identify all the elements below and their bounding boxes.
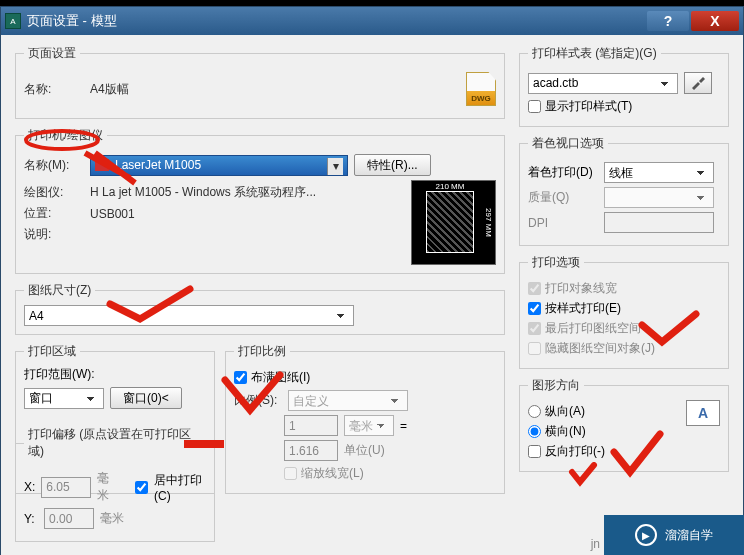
center-checkbox[interactable] [135, 481, 148, 494]
opt1-checkbox [528, 282, 541, 295]
orientation-icon: A [686, 400, 720, 426]
window-button[interactable]: 窗口(0)< [110, 387, 182, 409]
reverse-checkbox[interactable] [528, 445, 541, 458]
window-title: 页面设置 - 模型 [27, 12, 647, 30]
location-label: 位置: [24, 205, 84, 222]
desc-label: 说明: [24, 226, 84, 243]
plot-style-legend: 打印样式表 (笔指定)(G) [528, 45, 661, 62]
portrait-radio[interactable] [528, 405, 541, 418]
scale-unit: 毫米 [344, 415, 394, 436]
name-label: 名称: [24, 81, 84, 98]
printer-group: 打印机/绘图仪 名称(M): LaserJet M1005 特性(R)... 绘… [15, 127, 505, 274]
shade-select[interactable]: 线框 [604, 162, 714, 183]
jn-text: jn [591, 537, 600, 551]
page-setup-legend: 页面设置 [24, 45, 80, 62]
show-style-checkbox[interactable] [528, 100, 541, 113]
dialog-content: 页面设置 名称: A4版幅 DWG 打印机/绘图仪 名称(M): LaserJe… [1, 35, 743, 555]
location-value: USB001 [90, 207, 135, 221]
orientation-group: 图形方向 纵向(A) 横向(N) 反向打印(-) A [519, 377, 729, 472]
range-label: 打印范围(W): [24, 366, 206, 383]
paper-preview: 210 MM 297 MM [411, 180, 496, 265]
offset-x [41, 477, 91, 498]
opt3-checkbox [528, 322, 541, 335]
printer-name-label: 名称(M): [24, 157, 84, 174]
orientation-legend: 图形方向 [528, 377, 584, 394]
opt2-checkbox[interactable] [528, 302, 541, 315]
app-icon: A [5, 13, 21, 29]
printer-legend: 打印机/绘图仪 [24, 127, 107, 144]
opt4-checkbox [528, 342, 541, 355]
offset-y [44, 508, 94, 529]
edit-style-button[interactable] [684, 72, 712, 94]
play-icon: ▶ [635, 524, 657, 546]
dpi-input [604, 212, 714, 233]
paper-size-group: 图纸尺寸(Z) A4 [15, 282, 505, 335]
paper-size-legend: 图纸尺寸(Z) [24, 282, 95, 299]
quality-select [604, 187, 714, 208]
scale-num [284, 415, 338, 436]
dwg-icon: DWG [466, 72, 496, 106]
titlebar[interactable]: A 页面设置 - 模型 ? X [1, 7, 743, 35]
page-setup-group: 页面设置 名称: A4版幅 DWG [15, 45, 505, 119]
plot-style-group: 打印样式表 (笔指定)(G) acad.ctb 显示打印样式(T) [519, 45, 729, 127]
help-button[interactable]: ? [647, 11, 689, 31]
scale-den [284, 440, 338, 461]
plot-scale-group: 打印比例 布满图纸(I) 比例(S):自定义 毫米= 单位(U) 缩放线宽(L) [225, 343, 505, 494]
paper-size-select[interactable]: A4 [24, 305, 354, 326]
close-button[interactable]: X [691, 11, 739, 31]
viewport-group: 着色视口选项 着色打印(D)线框 质量(Q) DPI [519, 135, 729, 246]
brush-icon [690, 76, 706, 90]
plotter-value: H La jet M1005 - Windows 系统驱动程序... [90, 184, 316, 201]
plot-area-legend: 打印区域 [24, 343, 80, 360]
ratio-select: 自定义 [288, 390, 408, 411]
plot-scale-legend: 打印比例 [234, 343, 290, 360]
style-select[interactable]: acad.ctb [528, 73, 678, 94]
printer-select[interactable]: LaserJet M1005 [90, 155, 348, 176]
name-value: A4版幅 [90, 81, 129, 98]
plot-options-legend: 打印选项 [528, 254, 584, 271]
viewport-legend: 着色视口选项 [528, 135, 608, 152]
fit-checkbox[interactable] [234, 371, 247, 384]
ratio-label: 比例(S): [234, 392, 282, 409]
scale-lw-checkbox [284, 467, 297, 480]
dialog-window: A 页面设置 - 模型 ? X 页面设置 名称: A4版幅 DWG 打印机/绘图… [0, 6, 744, 555]
landscape-radio[interactable] [528, 425, 541, 438]
watermark[interactable]: ▶ 溜溜自学 [604, 515, 744, 555]
printer-icon [95, 159, 109, 171]
range-select[interactable]: 窗口 [24, 388, 104, 409]
plot-options-group: 打印选项 打印对象线宽 按样式打印(E) 最后打印图纸空间 隐藏图纸空间对象(J… [519, 254, 729, 369]
properties-button[interactable]: 特性(R)... [354, 154, 431, 176]
plotter-label: 绘图仪: [24, 184, 84, 201]
